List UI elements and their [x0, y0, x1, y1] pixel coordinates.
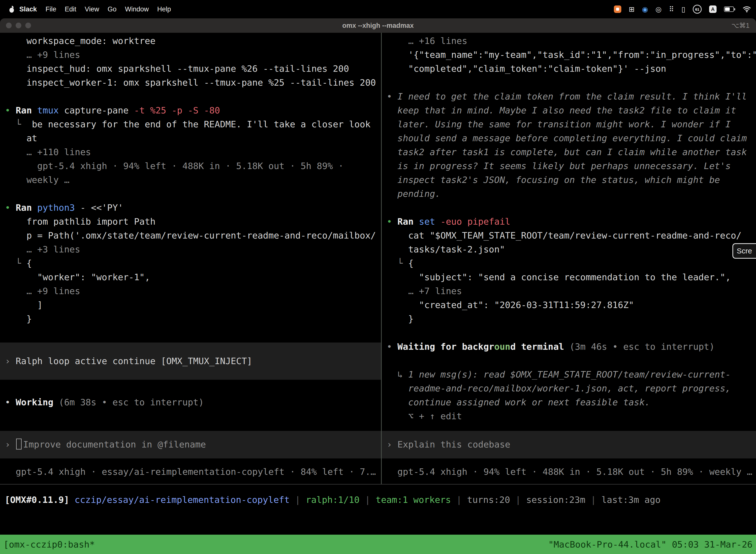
menu-items: FileEditViewGoWindowHelp — [42, 5, 175, 13]
terminal-line: • I need to get the claim token from the… — [382, 90, 756, 104]
terminal-line: … +16 lines — [382, 34, 756, 48]
menu-bar: Slack FileEditViewGoWindowHelp ⊞ ◉ ◎ ⠿ ▯… — [0, 0, 756, 18]
terminal-line: … +7 lines — [382, 284, 756, 298]
terminal-window: omx --xhigh --madmax ⌥⌘1 workspace_mode:… — [0, 18, 756, 554]
terminal-line: later. Using the same for transition mig… — [382, 117, 756, 131]
inject-banner: › Ralph loop active continue [OMX_TMUX_I… — [0, 342, 381, 380]
menu-app-name[interactable]: Slack — [15, 5, 42, 13]
terminal-line: inspect_hud: omx sparkshell --tmux-pane … — [0, 62, 381, 76]
close-button[interactable] — [6, 22, 12, 28]
terminal-line: cat "$OMX_TEAM_STATE_ROOT/team/review-cu… — [382, 229, 756, 242]
terminal-line: └ be necessary for the end of the README… — [0, 117, 381, 131]
traffic-lights — [6, 22, 31, 28]
terminal-line: task2 after task1 is complete, but can I… — [382, 145, 756, 159]
terminal-gap — [382, 423, 756, 431]
terminal-line: '{"team_name":"my-team","task_id":"1","f… — [382, 48, 756, 62]
wifi-icon[interactable] — [743, 5, 751, 13]
terminal-line: gpt-5.4 xhigh · 94% left · 488K in · 5.1… — [0, 159, 381, 173]
terminal-line: ] — [0, 298, 381, 312]
screen-share-overlay[interactable]: Scre — [733, 243, 756, 259]
composer-input[interactable]: › Improve documentation in @filename — [0, 431, 381, 458]
terminal-line — [0, 187, 381, 201]
menu-left: Slack FileEditViewGoWindowHelp — [9, 5, 175, 13]
apple-menu-icon[interactable] — [9, 6, 14, 13]
terminal-line: └ { — [0, 257, 381, 270]
terminal-line: • Ran tmux capture-pane -t %25 -p -S -80 — [0, 104, 381, 117]
terminal-line: from pathlib import Path — [0, 215, 381, 229]
terminal-line: … +3 lines — [0, 242, 381, 257]
terminal-line: pending. — [382, 187, 756, 201]
window-shortcut-hint: ⌥⌘1 — [732, 18, 750, 33]
tmux-status-bar: [omx-cczip0:bash* "MacBook-Pro-44.local"… — [0, 535, 756, 554]
terminal-line: … +9 lines — [0, 284, 381, 298]
window-title: omx --xhigh --madmax — [0, 18, 756, 33]
terminal-line: keep that in mind. Maybe I also need the… — [382, 104, 756, 117]
edit-hint: ⌥ + ↑ edit — [382, 409, 756, 423]
model-status-footer: gpt-5.4 xhigh · essay/ai-reimplementatio… — [0, 465, 381, 479]
tmux-host-time: "MacBook-Pro-44.local" 05:03 31-Mar-26 — [548, 539, 753, 550]
left-terminal-pane[interactable]: workspace_mode: worktree … +9 lines insp… — [0, 33, 381, 484]
zoom-button[interactable] — [25, 22, 31, 28]
menubar-status-icons: ⊞ ◉ ◎ ⠿ ▯ 61 A — [614, 5, 751, 14]
terminal-line: } — [0, 312, 381, 326]
terminal-line: should send a message before completing … — [382, 131, 756, 145]
bottom-pane-border — [0, 484, 756, 485]
terminal-line: at — [0, 131, 381, 145]
grid-app-icon[interactable]: ⊞ — [629, 5, 634, 13]
terminal-gap — [382, 458, 756, 465]
terminal-line — [382, 201, 756, 215]
terminal-line: • Ran python3 - <<'PY' — [0, 201, 381, 215]
terminal-line: └ { — [382, 257, 756, 270]
terminal-line: weekly … — [0, 173, 381, 187]
minimize-button[interactable] — [16, 22, 21, 28]
terminal-line: "completed","claim_token":"claim-token"}… — [382, 62, 756, 76]
menu-item-file[interactable]: File — [42, 5, 61, 13]
menu-item-view[interactable]: View — [81, 5, 104, 13]
input-source-icon[interactable]: A — [709, 5, 716, 13]
waiting-status: • Waiting for background terminal (3m 46… — [382, 340, 756, 354]
tmux-session-info: [omx-cczip0:bash* — [3, 539, 95, 550]
terminal-line: readme-and-reco/mailbox/worker-1.json, a… — [382, 382, 756, 395]
terminal-line: tasks/task-2.json" — [382, 242, 756, 257]
terminal-gap — [0, 326, 381, 342]
terminal-line: ↳ 1 new msg(s): read $OMX_TEAM_STATE_ROO… — [382, 368, 756, 382]
right-terminal-pane[interactable]: … +16 lines '{"team_name":"my-team","tas… — [382, 33, 756, 484]
ring-app-icon[interactable]: ◎ — [655, 5, 662, 13]
menu-item-edit[interactable]: Edit — [61, 5, 81, 13]
terminal-area: workspace_mode: worktree … +9 lines insp… — [0, 33, 756, 484]
working-status: • Working (6m 38s • esc to interrupt) — [0, 395, 381, 409]
composer-input[interactable]: › Explain this codebase — [382, 431, 756, 458]
terminal-line — [382, 354, 756, 368]
terminal-line: p = Path('.omx/state/team/review-current… — [0, 229, 381, 242]
terminal-line — [382, 76, 756, 90]
terminal-line — [382, 326, 756, 340]
pill-app-icon[interactable]: ▯ — [682, 5, 685, 13]
terminal-line: } — [382, 312, 756, 326]
terminal-gap — [0, 409, 381, 431]
terminal-line: "created_at": "2026-03-31T11:59:27.816Z" — [382, 298, 756, 312]
text-cursor — [16, 439, 21, 449]
window-titlebar[interactable]: omx --xhigh --madmax ⌥⌘1 — [0, 18, 756, 33]
dots-grid-icon[interactable]: ⠿ — [669, 5, 674, 13]
menu-item-help[interactable]: Help — [153, 5, 175, 13]
terminal-line: is in progress? It seems likely but perh… — [382, 159, 756, 173]
battery-icon[interactable] — [724, 5, 735, 13]
stop-icon — [616, 8, 619, 11]
blue-app-icon[interactable]: ◉ — [642, 5, 648, 13]
menu-item-window[interactable]: Window — [121, 5, 153, 13]
terminal-gap — [0, 458, 381, 465]
terminal-line: inspect_worker-1: omx sparkshell --tmux-… — [0, 76, 381, 90]
terminal-line: … +9 lines — [0, 48, 381, 62]
screen-recording-indicator[interactable] — [614, 5, 621, 13]
terminal-line: "subject": "send a concise recommendatio… — [382, 270, 756, 284]
terminal-line: "worker": "worker-1", — [0, 270, 381, 284]
model-status-footer: gpt-5.4 xhigh · 94% left · 488K in · 5.1… — [382, 465, 756, 479]
menu-item-go[interactable]: Go — [104, 5, 121, 13]
terminal-line: workspace_mode: worktree — [0, 34, 381, 48]
terminal-line: … +110 lines — [0, 145, 381, 159]
terminal-line: inspect task2's JSON, focusing on the st… — [382, 173, 756, 187]
omx-status-line: [OMX#0.11.9] cczip/essay/ai-reimplementa… — [0, 493, 756, 507]
terminal-line: continue assigned work or next feasible … — [382, 395, 756, 409]
battery-gauge-icon[interactable]: 61 — [693, 5, 702, 14]
terminal-gap — [0, 380, 381, 395]
